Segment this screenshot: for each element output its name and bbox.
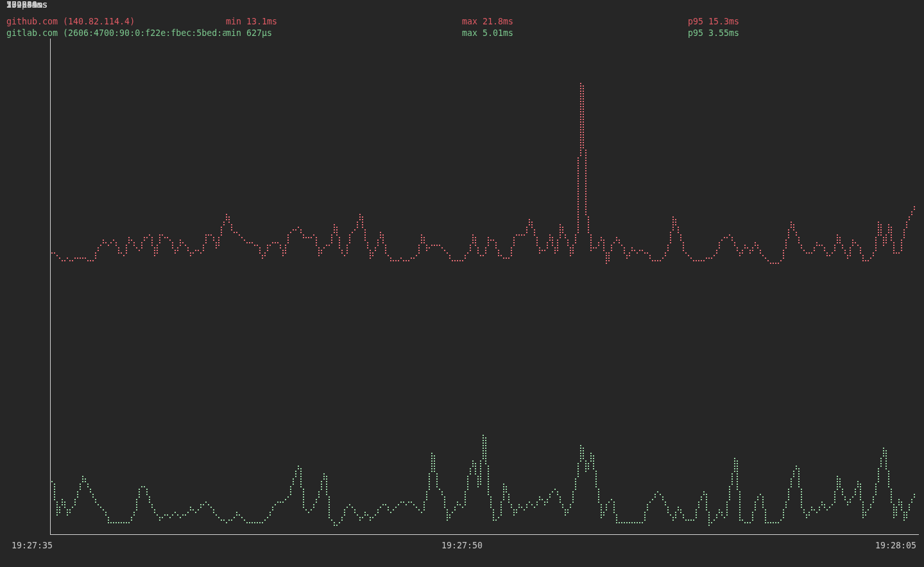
gitlab-host-label: gitlab.com (2606:4700:90:0:f22e:fbec:5be… bbox=[6, 28, 226, 38]
github-host-label: github.com (140.82.114.4) bbox=[6, 17, 135, 26]
gitlab-min-stat: min 627µs bbox=[226, 28, 272, 38]
y-tick-label: 564µs bbox=[6, 0, 32, 10]
gitlab-p95-stat: p95 3.55ms bbox=[688, 28, 739, 38]
github-max-stat: max 21.8ms bbox=[462, 17, 513, 26]
gping-terminal: { "app": { "name": "gping latency graph"… bbox=[0, 0, 924, 567]
x-tick-label-start: 19:27:35 bbox=[12, 541, 53, 550]
x-tick-label-mid: 19:27:50 bbox=[441, 541, 483, 550]
latency-plot-canvas bbox=[0, 0, 924, 567]
github-p95-stat: p95 15.3ms bbox=[688, 17, 739, 26]
x-axis-line bbox=[50, 534, 919, 535]
y-axis-line bbox=[50, 39, 51, 534]
github-min-stat: min 13.1ms bbox=[226, 17, 277, 26]
gitlab-max-stat: max 5.01ms bbox=[462, 28, 513, 38]
x-tick-label-end: 19:28:05 bbox=[875, 541, 916, 550]
